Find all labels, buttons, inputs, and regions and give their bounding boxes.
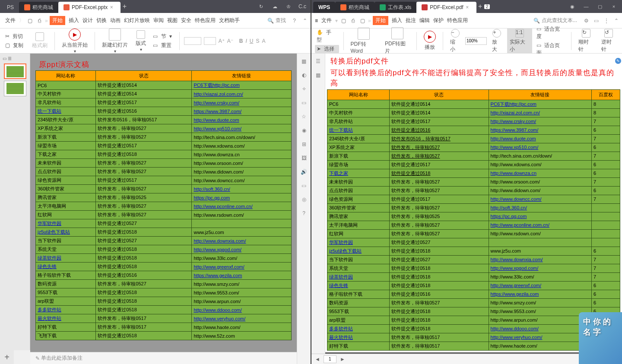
tool-8-icon[interactable]: 🖼 <box>300 154 308 162</box>
tool-9-icon[interactable]: 🔊 <box>300 168 308 176</box>
tool-2-icon[interactable]: ◐ <box>300 71 308 79</box>
cell-link[interactable]: http://www.xpgod.com/ <box>489 264 591 272</box>
cell-link[interactable]: https://www.gezila.com <box>489 290 591 298</box>
close-icon[interactable]: × <box>463 4 471 10</box>
search-icon[interactable]: 🔍 <box>533 18 540 24</box>
menu-item[interactable]: 视图 <box>165 17 179 23</box>
menu-item[interactable]: 编辑 <box>418 17 432 23</box>
tab-xls[interactable]: 工作表.xls <box>374 2 416 13</box>
zoom-in[interactable]: +放大 <box>489 28 505 54</box>
tab-ps[interactable]: PS <box>2 2 19 13</box>
cell-link[interactable]: http://www.veryhuo.com/ <box>192 314 292 323</box>
hand-tool[interactable]: ✋ 手型 <box>315 28 339 44</box>
page-prev-icon[interactable]: ◄ <box>315 356 320 362</box>
menu-item[interactable]: 幻灯片放映 <box>122 17 152 23</box>
cell-link[interactable]: http://www.greenxf.com/ <box>489 281 591 290</box>
cell-link[interactable]: http://www.veryhuo.com/ <box>489 333 591 342</box>
tab-pptx[interactable]: PDF-Excel.pptx× <box>58 2 121 13</box>
section-button[interactable]: ▭ 节 ▾ <box>151 32 175 41</box>
cell-link[interactable]: http://www.crsky.com/ <box>192 98 292 107</box>
cell-link[interactable]: http://www.crsky.com/ <box>489 117 591 126</box>
menu-item[interactable]: 插入 <box>67 17 81 23</box>
cell-link[interactable]: http://xiazai.zol.com.cn/ <box>489 108 591 117</box>
cell-link[interactable]: http://www.greenxf.com/ <box>192 263 292 271</box>
cloud-icon[interactable]: ☁ <box>268 2 281 11</box>
crown-icon[interactable]: ♔ <box>282 2 295 11</box>
zoom-input[interactable] <box>465 37 487 45</box>
cell-link[interactable]: http://www.duote.com <box>192 116 292 124</box>
cell-link[interactable]: http://www.pconline.com.cn/ <box>489 221 591 229</box>
bold-button[interactable]: B <box>239 38 243 44</box>
open-icon[interactable]: ▢ <box>340 17 347 25</box>
tool-6-icon[interactable]: ◉ <box>300 126 308 135</box>
page-next-icon[interactable]: ► <box>340 356 345 362</box>
pdf-to-image[interactable]: PDF转图片 <box>382 26 412 56</box>
menu-item[interactable]: 安全 <box>179 17 193 23</box>
play-pdf[interactable]: ▶播放 <box>421 30 438 52</box>
cell-link[interactable]: http://www.ddooo.com/ <box>489 324 591 333</box>
thumb-icon[interactable]: ▦ <box>314 71 323 79</box>
italic-button[interactable]: I <box>245 38 247 44</box>
menu-item[interactable]: 插入 <box>390 17 404 23</box>
cell-link[interactable]: http://www.duote.com <box>489 134 591 143</box>
menu-item[interactable]: 设计 <box>81 17 95 23</box>
search-icon[interactable]: 🔍 <box>267 18 274 24</box>
cell-link[interactable]: http://www.downxia.com/ <box>489 255 591 264</box>
menu-file-r[interactable]: 文件 <box>320 17 333 24</box>
cell-link[interactable]: https://pc.qq.com <box>489 212 591 221</box>
new-slide[interactable]: 新建幻灯片 ▾ <box>99 28 130 54</box>
pdf-viewport[interactable]: ✎ 转换后的pdf文件 可以看到转换后的pdf文件不能进行编辑提高了安全性，而且… <box>325 54 622 354</box>
notes-pane[interactable]: ✎ 单击此处添加备注 <box>30 352 297 364</box>
save-icon[interactable]: ▢ <box>359 17 366 25</box>
settings-icon[interactable]: ⚙ <box>584 18 589 24</box>
save-icon[interactable]: ▢ <box>26 17 34 25</box>
cut-button[interactable]: ✂ 剪切 <box>3 32 27 41</box>
menu-item[interactable]: 切换 <box>95 17 108 23</box>
font-grow-icon[interactable]: A⁺ <box>219 38 225 44</box>
cell-link[interactable]: http://www.downxia.com/ <box>192 237 292 245</box>
collapse-icon[interactable]: ⌃ <box>303 18 307 24</box>
play-from-current[interactable]: ▶从当前开始 ▾ <box>59 28 90 54</box>
cell-link[interactable]: http://xiazai.zol.com.cn/ <box>192 90 292 98</box>
close-icon[interactable]: × <box>108 4 115 10</box>
tool-7-icon[interactable]: ⊞ <box>300 140 308 149</box>
fit-width[interactable]: ▭ 适合宽度 <box>535 25 567 41</box>
skin-icon[interactable]: ▭ <box>594 18 599 24</box>
tab-docer[interactable]: 稻壳商城 <box>19 2 58 13</box>
cell-link[interactable]: https://www.3987.com/ <box>192 107 292 116</box>
layout-button[interactable]: 版式 ▾ <box>133 29 149 53</box>
menu-item[interactable]: 审阅 <box>152 17 165 23</box>
cell-link[interactable]: http://www.xp510.com/ <box>192 124 292 133</box>
tool-12-icon[interactable]: ? <box>300 209 308 218</box>
cell-link[interactable]: http://soft.360.cn/ <box>192 185 292 193</box>
tool-3-icon[interactable]: ✧ <box>300 85 308 93</box>
bookmark-icon[interactable]: ☰ <box>314 57 323 66</box>
print-icon[interactable]: ⎙ <box>35 17 43 25</box>
menu-item[interactable]: 批注 <box>404 17 418 23</box>
slide-thumb-2[interactable] <box>4 81 26 96</box>
menu-start[interactable]: 开始 <box>50 16 65 25</box>
menu-start-r[interactable]: 开始 <box>373 16 388 25</box>
avatar-icon[interactable]: ◉ <box>566 2 579 11</box>
search-placeholder[interactable]: 点此查找文本... <box>542 17 577 24</box>
sync-icon[interactable]: ↻ <box>254 2 267 11</box>
strike-button[interactable]: S <box>256 38 259 44</box>
font-name-input[interactable] <box>184 37 201 45</box>
actual-size[interactable]: 1:1实际大小 <box>507 28 532 54</box>
tab-docer-r[interactable]: 稻壳商城 <box>335 2 374 13</box>
page-number-input[interactable] <box>324 355 336 363</box>
close-button[interactable]: × <box>607 2 620 11</box>
menu-item[interactable]: 动画 <box>108 17 122 23</box>
cell-link[interactable]: http://www.ddooo.com/ <box>192 306 292 314</box>
cell-link[interactable]: http://www.xpgod.com/ <box>192 245 292 254</box>
rotate-cw[interactable]: ↻顺时针 <box>576 28 596 54</box>
cell-link[interactable]: PC6下载http://pc.com <box>489 100 591 108</box>
add-slide-button[interactable]: + <box>0 350 14 364</box>
font-color-button[interactable]: A <box>262 38 265 44</box>
font-size-input[interactable] <box>204 37 216 45</box>
font-shrink-icon[interactable]: A⁻ <box>227 38 233 44</box>
maximize-button[interactable]: ▢ <box>593 2 606 11</box>
more-icon[interactable]: ⋮ <box>604 18 609 24</box>
rotate-ccw[interactable]: ↺逆时针 <box>599 28 619 54</box>
cell-link[interactable]: http://soft.360.cn/ <box>489 203 591 212</box>
